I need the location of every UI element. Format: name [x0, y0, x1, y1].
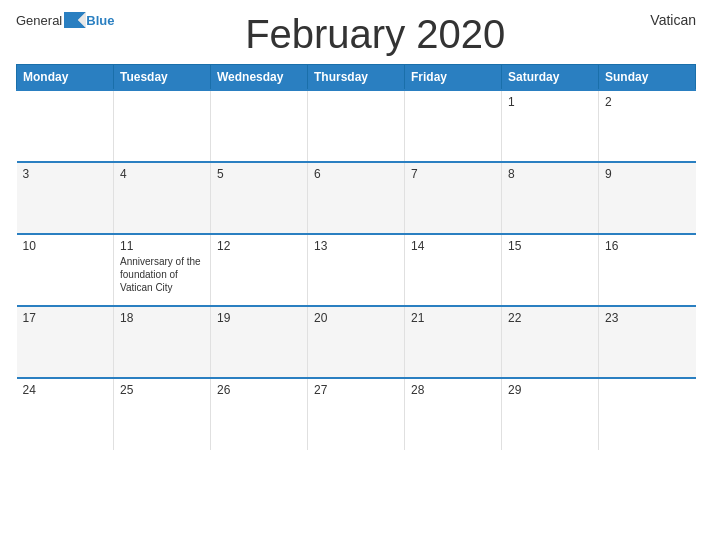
day-event: Anniversary of the foundation of Vatican…	[120, 255, 204, 294]
calendar-cell: 9	[599, 162, 696, 234]
calendar-cell	[211, 90, 308, 162]
calendar-cell: 17	[17, 306, 114, 378]
day-number: 15	[508, 239, 592, 253]
day-number: 3	[23, 167, 108, 181]
day-number: 25	[120, 383, 204, 397]
day-number: 5	[217, 167, 301, 181]
day-number: 21	[411, 311, 495, 325]
day-number: 26	[217, 383, 301, 397]
calendar-cell: 2	[599, 90, 696, 162]
calendar-cell	[405, 90, 502, 162]
calendar-cell: 10	[17, 234, 114, 306]
calendar-cell: 6	[308, 162, 405, 234]
calendar-cell: 16	[599, 234, 696, 306]
day-number: 27	[314, 383, 398, 397]
calendar-cell: 18	[114, 306, 211, 378]
calendar-cell: 5	[211, 162, 308, 234]
day-number: 22	[508, 311, 592, 325]
calendar-cell: 21	[405, 306, 502, 378]
header-saturday: Saturday	[502, 65, 599, 91]
day-number: 23	[605, 311, 690, 325]
calendar-cell: 22	[502, 306, 599, 378]
calendar-cell	[17, 90, 114, 162]
calendar-cell: 19	[211, 306, 308, 378]
header-tuesday: Tuesday	[114, 65, 211, 91]
calendar-week-2: 3456789	[17, 162, 696, 234]
month-title: February 2020	[114, 12, 636, 56]
day-number: 13	[314, 239, 398, 253]
day-number: 10	[23, 239, 108, 253]
country-label: Vatican	[636, 12, 696, 28]
header: General Blue February 2020 Vatican	[16, 12, 696, 56]
calendar-header: Monday Tuesday Wednesday Thursday Friday…	[17, 65, 696, 91]
calendar-cell	[308, 90, 405, 162]
day-number: 17	[23, 311, 108, 325]
calendar-week-3: 1011Anniversary of the foundation of Vat…	[17, 234, 696, 306]
day-number: 12	[217, 239, 301, 253]
day-number: 16	[605, 239, 690, 253]
day-number: 4	[120, 167, 204, 181]
day-number: 29	[508, 383, 592, 397]
calendar-week-1: 12	[17, 90, 696, 162]
logo-blue-text: Blue	[86, 13, 114, 28]
day-headers-row: Monday Tuesday Wednesday Thursday Friday…	[17, 65, 696, 91]
calendar-cell: 7	[405, 162, 502, 234]
calendar-cell: 20	[308, 306, 405, 378]
calendar-cell: 23	[599, 306, 696, 378]
day-number: 11	[120, 239, 204, 253]
calendar-page: General Blue February 2020 Vatican Monda…	[0, 0, 712, 550]
header-sunday: Sunday	[599, 65, 696, 91]
header-monday: Monday	[17, 65, 114, 91]
day-number: 18	[120, 311, 204, 325]
calendar-cell: 24	[17, 378, 114, 450]
calendar-cell: 12	[211, 234, 308, 306]
calendar-cell: 13	[308, 234, 405, 306]
calendar-week-4: 17181920212223	[17, 306, 696, 378]
day-number: 14	[411, 239, 495, 253]
day-number: 7	[411, 167, 495, 181]
logo-general-text: General	[16, 13, 62, 28]
calendar-cell: 1	[502, 90, 599, 162]
day-number: 9	[605, 167, 690, 181]
calendar-cell: 11Anniversary of the foundation of Vatic…	[114, 234, 211, 306]
calendar-cell: 29	[502, 378, 599, 450]
day-number: 20	[314, 311, 398, 325]
calendar-table: Monday Tuesday Wednesday Thursday Friday…	[16, 64, 696, 450]
calendar-cell	[114, 90, 211, 162]
header-wednesday: Wednesday	[211, 65, 308, 91]
calendar-cell: 3	[17, 162, 114, 234]
calendar-cell: 28	[405, 378, 502, 450]
calendar-cell: 25	[114, 378, 211, 450]
calendar-week-5: 242526272829	[17, 378, 696, 450]
day-number: 6	[314, 167, 398, 181]
day-number: 8	[508, 167, 592, 181]
logo: General Blue	[16, 12, 114, 28]
day-number: 2	[605, 95, 690, 109]
day-number: 19	[217, 311, 301, 325]
header-friday: Friday	[405, 65, 502, 91]
header-thursday: Thursday	[308, 65, 405, 91]
calendar-cell: 14	[405, 234, 502, 306]
calendar-cell: 15	[502, 234, 599, 306]
calendar-cell: 4	[114, 162, 211, 234]
calendar-cell: 27	[308, 378, 405, 450]
day-number: 28	[411, 383, 495, 397]
calendar-cell: 8	[502, 162, 599, 234]
calendar-cell: 26	[211, 378, 308, 450]
calendar-cell	[599, 378, 696, 450]
calendar-body: 1234567891011Anniversary of the foundati…	[17, 90, 696, 450]
day-number: 1	[508, 95, 592, 109]
day-number: 24	[23, 383, 108, 397]
logo-flag-icon	[64, 12, 86, 28]
